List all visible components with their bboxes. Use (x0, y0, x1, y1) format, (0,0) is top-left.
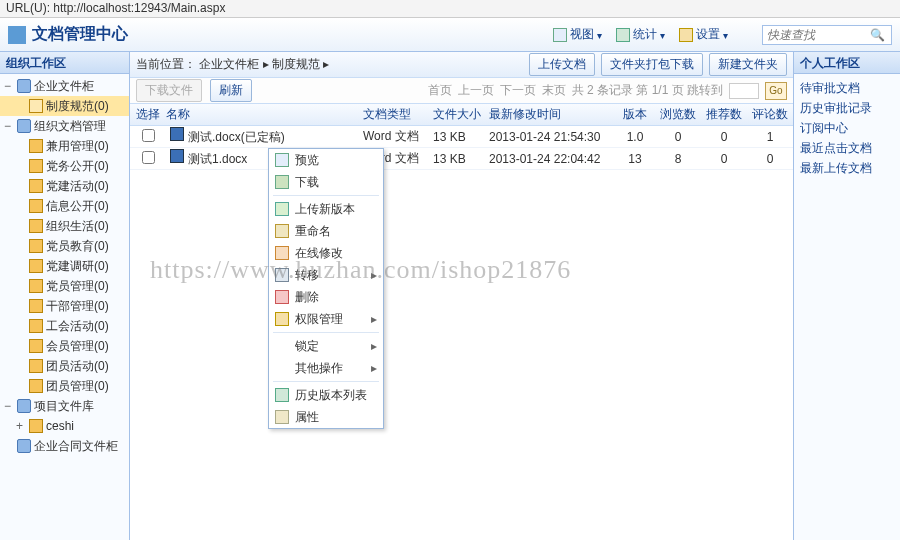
search-box: 🔍 (762, 25, 892, 45)
pager-first[interactable]: 首页 (428, 82, 452, 99)
url-bar: URL(U): http://localhost:12943/Main.aspx (0, 0, 900, 18)
menu-view[interactable]: 视图 (553, 26, 602, 43)
personal-item[interactable]: 待审批文档 (800, 78, 894, 98)
tree-item-label: 制度规范(0) (46, 98, 109, 115)
chevron-down-icon (597, 28, 602, 42)
tree-item[interactable]: 制度规范(0) (0, 96, 129, 116)
cell-type: Word 文档 (363, 128, 433, 145)
cm-properties[interactable]: 属性 (269, 406, 383, 428)
tree-item-label: ceshi (46, 419, 74, 433)
expand-icon[interactable]: − (4, 399, 14, 413)
cell-size: 13 KB (433, 130, 489, 144)
personal-item[interactable]: 最新上传文档 (800, 158, 894, 178)
tree-item[interactable]: 党务公开(0) (0, 156, 129, 176)
db-icon (17, 399, 31, 413)
expand-icon[interactable]: − (4, 79, 14, 93)
pager-last[interactable]: 末页 (542, 82, 566, 99)
cell-comments: 1 (747, 130, 793, 144)
col-views[interactable]: 浏览数 (655, 106, 701, 123)
personal-item[interactable]: 历史审批记录 (800, 98, 894, 118)
menu-stats[interactable]: 统计 (616, 26, 665, 43)
separator (273, 381, 379, 382)
url-value: http://localhost:12943/Main.aspx (53, 1, 225, 15)
col-version[interactable]: 版本 (615, 106, 655, 123)
word-doc-icon (170, 127, 184, 141)
tree-item[interactable]: −企业文件柜 (0, 76, 129, 96)
tree-item[interactable]: 信息公开(0) (0, 196, 129, 216)
upload-doc-button[interactable]: 上传文档 (529, 53, 595, 76)
tree-item[interactable]: 企业合同文件柜 (0, 436, 129, 456)
submenu-arrow-icon: ▸ (371, 268, 377, 282)
download-file-button[interactable]: 下载文件 (136, 79, 202, 102)
tree-item[interactable]: 党员教育(0) (0, 236, 129, 256)
table-row[interactable]: 测试.docx(已定稿)Word 文档13 KB2013-01-24 21:54… (130, 126, 793, 148)
search-button[interactable]: 🔍 (867, 26, 887, 44)
personal-item[interactable]: 最近点击文档 (800, 138, 894, 158)
tree-item[interactable]: 团员管理(0) (0, 376, 129, 396)
cm-delete[interactable]: 删除 (269, 286, 383, 308)
cell-time: 2013-01-24 21:54:30 (489, 130, 615, 144)
cm-other[interactable]: 其他操作▸ (269, 357, 383, 379)
tree-item[interactable]: 党员管理(0) (0, 276, 129, 296)
expand-icon[interactable]: + (16, 419, 26, 433)
tree-item[interactable]: −组织文档管理 (0, 116, 129, 136)
pager-go-button[interactable]: Go (765, 82, 787, 100)
col-size[interactable]: 文件大小 (433, 106, 489, 123)
cm-rename[interactable]: 重命名 (269, 220, 383, 242)
folder-icon (29, 279, 43, 293)
new-folder-button[interactable]: 新建文件夹 (709, 53, 787, 76)
pack-download-button[interactable]: 文件夹打包下载 (601, 53, 703, 76)
grid-header: 选择 名称 文档类型 文件大小 最新修改时间 版本 浏览数 推荐数 评论数 (130, 104, 793, 126)
tree-item-label: 党员管理(0) (46, 278, 109, 295)
tree-item[interactable]: −项目文件库 (0, 396, 129, 416)
row-checkbox[interactable] (142, 151, 155, 164)
folder-icon (29, 219, 43, 233)
file-name[interactable]: 测试.docx(已定稿) (188, 130, 285, 144)
separator (273, 195, 379, 196)
folder-icon (29, 139, 43, 153)
pager-input[interactable] (729, 83, 759, 99)
cell-recommend: 0 (701, 152, 747, 166)
pager-prev[interactable]: 上一页 (458, 82, 494, 99)
tree-item[interactable]: 工会活动(0) (0, 316, 129, 336)
cm-upload-version[interactable]: 上传新版本 (269, 198, 383, 220)
cm-online-edit[interactable]: 在线修改 (269, 242, 383, 264)
stats-icon (616, 28, 630, 42)
col-recommend[interactable]: 推荐数 (701, 106, 747, 123)
preview-icon (275, 153, 289, 167)
cm-preview[interactable]: 预览 (269, 149, 383, 171)
cm-lock[interactable]: 锁定▸ (269, 335, 383, 357)
tree-item-label: 组织生活(0) (46, 218, 109, 235)
tree-item[interactable]: 组织生活(0) (0, 216, 129, 236)
refresh-button[interactable]: 刷新 (210, 79, 252, 102)
view-icon (553, 28, 567, 42)
search-input[interactable] (763, 28, 867, 42)
tree-item[interactable]: 会员管理(0) (0, 336, 129, 356)
tree-item[interactable]: 党建调研(0) (0, 256, 129, 276)
menu-settings[interactable]: 设置 (679, 26, 728, 43)
tree-item[interactable]: 兼用管理(0) (0, 136, 129, 156)
row-checkbox[interactable] (142, 129, 155, 142)
tree-item[interactable]: 党建活动(0) (0, 176, 129, 196)
upload-icon (275, 202, 289, 216)
tree-item[interactable]: 干部管理(0) (0, 296, 129, 316)
tree-item[interactable]: +ceshi (0, 416, 129, 436)
pager-next[interactable]: 下一页 (500, 82, 536, 99)
col-comments[interactable]: 评论数 (747, 106, 793, 123)
col-type[interactable]: 文档类型 (363, 106, 433, 123)
tree-item-label: 信息公开(0) (46, 198, 109, 215)
cm-permissions[interactable]: 权限管理▸ (269, 308, 383, 330)
cm-history[interactable]: 历史版本列表 (269, 384, 383, 406)
col-time[interactable]: 最新修改时间 (489, 106, 615, 123)
cm-move[interactable]: 转移▸ (269, 264, 383, 286)
file-name[interactable]: 测试1.docx (188, 152, 247, 166)
cm-download[interactable]: 下载 (269, 171, 383, 193)
right-pane-title: 个人工作区 (794, 52, 900, 74)
col-name[interactable]: 名称 (166, 106, 363, 123)
personal-item[interactable]: 订阅中心 (800, 118, 894, 138)
expand-icon[interactable]: − (4, 119, 14, 133)
table-row[interactable]: 测试1.docxWord 文档13 KB2013-01-24 22:04:421… (130, 148, 793, 170)
folder-icon (29, 239, 43, 253)
tree-item[interactable]: 团员活动(0) (0, 356, 129, 376)
tree-item-label: 党建调研(0) (46, 258, 109, 275)
